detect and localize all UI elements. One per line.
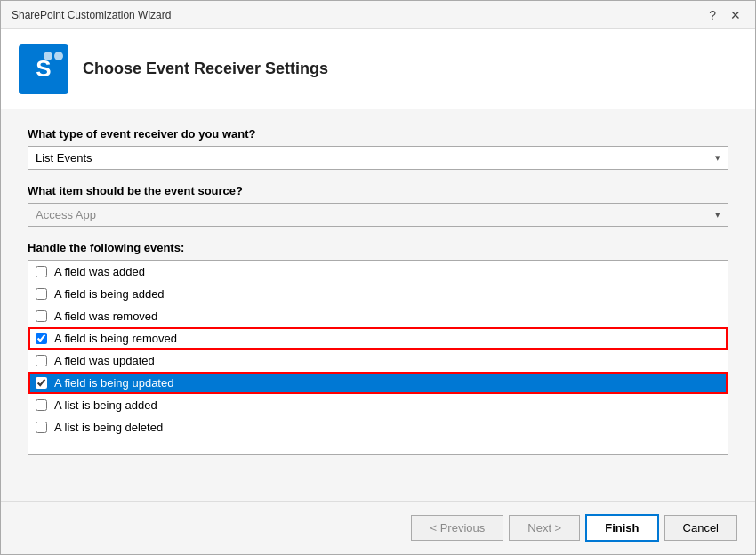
checkbox-evt5[interactable]: [36, 355, 47, 366]
previous-button[interactable]: < Previous: [411, 515, 503, 541]
event-label-evt4: A field is being removed: [54, 332, 177, 345]
event-source-dropdown[interactable]: Access App ▾: [28, 203, 728, 227]
close-button[interactable]: ✕: [727, 9, 744, 21]
checkbox-evt3[interactable]: [36, 310, 47, 322]
wizard-header: S Choose Event Receiver Settings: [1, 29, 755, 109]
event-source-chevron: ▾: [715, 209, 720, 221]
event-type-chevron: ▾: [715, 152, 720, 164]
event-item-evt2[interactable]: A field is being added: [28, 283, 728, 305]
wizard-footer: < Previous Next > Finish Cancel: [1, 501, 755, 554]
wizard-content: What type of event receiver do you want?…: [1, 109, 755, 501]
events-handle-label: Handle the following events:: [28, 241, 728, 254]
checkbox-evt4[interactable]: [36, 333, 47, 344]
logo-bubble-2: [54, 52, 63, 60]
event-type-label: What type of event receiver do you want?: [28, 127, 728, 141]
dialog-window: SharePoint Customization Wizard ? ✕ S Ch…: [0, 0, 756, 555]
event-item-evt6[interactable]: A field is being updated: [28, 372, 728, 394]
checkbox-evt2[interactable]: [36, 288, 47, 300]
event-source-value: Access App: [36, 208, 96, 221]
event-item-evt7[interactable]: A list is being added: [28, 394, 728, 416]
finish-button[interactable]: Finish: [585, 514, 658, 542]
next-button[interactable]: Next >: [509, 515, 580, 541]
event-label-evt5: A field was updated: [54, 354, 155, 367]
event-item-evt4[interactable]: A field is being removed: [28, 327, 728, 350]
events-handle-section: Handle the following events: A field was…: [28, 241, 728, 455]
event-label-evt1: A field was added: [54, 265, 145, 278]
event-item-evt3[interactable]: A field was removed: [28, 305, 728, 327]
event-type-value: List Events: [36, 151, 92, 165]
event-label-evt8: A list is being deleted: [54, 421, 163, 434]
checkbox-evt8[interactable]: [36, 422, 47, 433]
event-type-dropdown[interactable]: List Events ▾: [28, 146, 728, 170]
event-label-evt6: A field is being updated: [54, 376, 173, 390]
event-item-evt1[interactable]: A field was added: [28, 261, 728, 283]
cancel-button[interactable]: Cancel: [664, 515, 737, 541]
event-item-evt8[interactable]: A list is being deleted: [28, 416, 728, 438]
sharepoint-logo: S: [19, 44, 68, 94]
event-label-evt3: A field was removed: [54, 310, 157, 323]
help-button[interactable]: ?: [705, 9, 720, 21]
event-item-evt5[interactable]: A field was updated: [28, 350, 728, 372]
checkbox-evt7[interactable]: [36, 399, 47, 411]
events-list-container: A field was addedA field is being addedA…: [28, 260, 728, 455]
logo-bubble-1: [44, 52, 52, 60]
event-label-evt2: A field is being added: [54, 287, 165, 301]
title-bar: SharePoint Customization Wizard ? ✕: [1, 1, 755, 29]
title-bar-controls: ? ✕: [705, 9, 744, 21]
event-source-section: What item should be the event source? Ac…: [28, 184, 728, 227]
logo-bubbles: [44, 52, 63, 60]
event-source-label: What item should be the event source?: [28, 184, 728, 197]
event-label-evt7: A list is being added: [54, 398, 157, 412]
checkbox-evt6[interactable]: [36, 377, 47, 389]
event-type-section: What type of event receiver do you want?…: [28, 127, 728, 170]
wizard-title: Choose Event Receiver Settings: [83, 60, 328, 78]
dialog-title: SharePoint Customization Wizard: [12, 9, 171, 21]
checkbox-evt1[interactable]: [36, 266, 47, 278]
